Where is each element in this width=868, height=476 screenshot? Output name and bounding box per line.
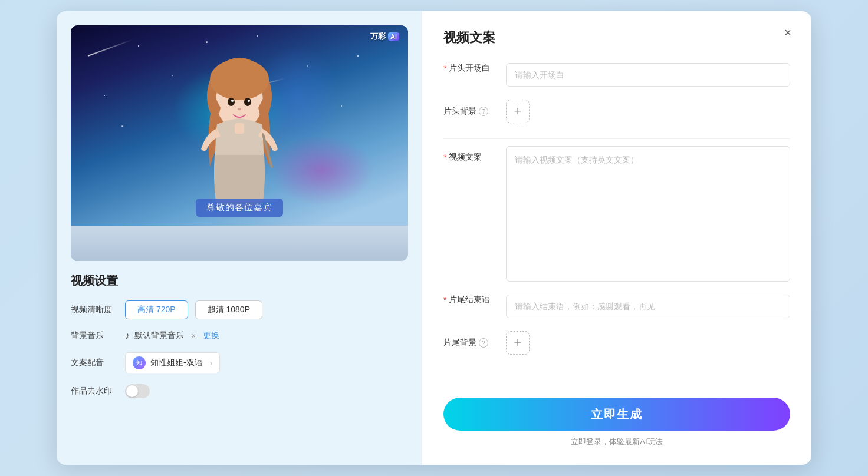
panel-title: 视频文案 [443,29,790,47]
content-textarea[interactable] [506,146,790,282]
video-preview-bottom [71,226,408,261]
svg-point-7 [238,108,241,110]
content-required: * [443,153,446,162]
music-control: ♪ 默认背景音乐 × 更换 [125,330,219,342]
voice-label: 文案配音 [71,358,118,368]
header-bg-label: 片头背景 ? [443,106,497,117]
settings-title: 视频设置 [71,273,408,289]
header-bg-label-text: 片头背景 [443,106,476,117]
generate-button[interactable]: 立即生成 [443,398,790,431]
footer-bg-add-button[interactable]: + [506,331,530,355]
close-button[interactable]: × [778,23,797,42]
footer-bg-label-text: 片尾背景 [443,338,476,348]
left-panel: 万彩 AI 尊敬的各位嘉宾 视频设置 视频清晰度 高清 720P 超清 1080… [57,11,422,465]
music-label: 背景音乐 [71,330,118,341]
header-bg-row: 片头背景 ? + [443,100,790,123]
ending-row: * 片尾结束语 [443,295,790,318]
svg-point-2 [210,59,269,100]
voice-arrow-icon: › [210,358,213,368]
watermark-toggle[interactable] [125,384,150,398]
opening-label: * 片头开场白 [443,63,497,74]
ending-input[interactable] [506,295,790,318]
opening-row: * 片头开场白 [443,63,790,87]
quality-1080p-button[interactable]: 超清 1080P [195,300,262,319]
video-preview: 万彩 AI 尊敬的各位嘉宾 [71,25,408,261]
voice-avatar: 知 [133,356,146,369]
svg-point-5 [231,100,234,102]
music-close-button[interactable]: × [189,330,198,342]
footer-bg-label: 片尾背景 ? [443,338,497,348]
music-change-button[interactable]: 更换 [203,330,219,341]
ending-label: * 片尾结束语 [443,295,497,305]
header-bg-add-button[interactable]: + [506,100,530,123]
login-hint: 立即登录，体验最新AI玩法 [571,437,662,447]
music-icon: ♪ [125,330,130,341]
svg-point-4 [244,98,251,106]
watermark-text: 万彩 [370,31,386,42]
music-row: 背景音乐 ♪ 默认背景音乐 × 更换 [71,330,408,342]
watermark: 万彩 AI [370,31,399,42]
footer-bg-help-icon[interactable]: ? [479,338,488,348]
content-row: * 视频文案 [443,146,790,282]
toggle-knob [126,385,138,397]
content-label: * 视频文案 [443,146,497,163]
ai-badge: AI [388,32,399,41]
voice-row: 文案配音 知 知性姐姐-双语 › [71,352,408,373]
voice-name: 知性姐姐-双语 [150,358,203,368]
opening-label-text: 片头开场白 [449,63,490,74]
svg-point-6 [248,100,250,102]
video-settings: 视频设置 视频清晰度 高清 720P 超清 1080P 背景音乐 ♪ 默认背景音… [71,273,408,451]
quality-label: 视频清晰度 [71,305,118,315]
right-panel: 视频文案 * 片头开场白 片头背景 ? + [422,11,811,465]
header-bg-help-icon[interactable]: ? [479,107,488,116]
quality-row: 视频清晰度 高清 720P 超清 1080P [71,300,408,319]
ending-label-text: 片尾结束语 [449,295,490,305]
generate-section: 立即生成 立即登录，体验最新AI玩法 [443,386,790,447]
watermark-row: 作品去水印 [71,384,408,398]
svg-rect-9 [235,123,244,134]
modal: × [57,11,811,465]
svg-point-3 [228,98,235,106]
opening-input[interactable] [506,63,790,87]
subtitle-bar: 尊敬的各位嘉宾 [196,199,283,217]
music-name: 默认背景音乐 [134,330,184,341]
footer-bg-row: 片尾背景 ? + [443,331,790,355]
ending-required: * [443,295,446,305]
video-preview-inner: 万彩 AI 尊敬的各位嘉宾 [71,25,408,226]
modal-overlay: × [0,0,868,476]
divider [443,138,790,139]
voice-selector[interactable]: 知 知性姐姐-双语 › [125,352,220,373]
quality-720p-button[interactable]: 高清 720P [125,300,188,319]
watermark-label: 作品去水印 [71,386,118,396]
opening-required: * [443,64,446,73]
content-label-text: 视频文案 [449,152,482,163]
